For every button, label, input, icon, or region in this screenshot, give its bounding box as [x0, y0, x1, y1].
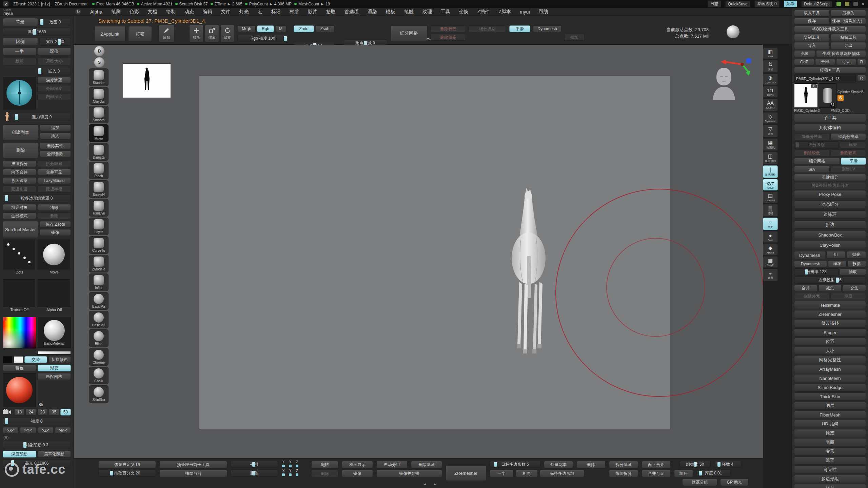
merge-down-button[interactable]: 向下合并	[3, 169, 36, 176]
shelf-item[interactable]: ⇅ 滚动	[763, 60, 778, 73]
object-shadow-slider[interactable]: 对象阴影 0.3	[3, 441, 71, 449]
brush-item[interactable]: Damsta	[89, 143, 108, 161]
cylinder-tool-thumbnail[interactable]: 31	[819, 83, 836, 108]
active-tool-thumbnail[interactable]: 31	[794, 83, 818, 108]
del-uv-button[interactable]: 删除UV	[831, 166, 866, 173]
menu-item[interactable]: 材质	[290, 9, 299, 15]
menu-item[interactable]: 绘制	[166, 9, 176, 15]
save-as-button[interactable]: 另存为	[831, 9, 866, 17]
subpalette-header[interactable]: Slime Bridge	[794, 383, 866, 391]
project-toggle[interactable]: 投影	[848, 260, 866, 267]
shelf-item[interactable]: xyz Gxyz	[763, 179, 778, 190]
menu-item[interactable]: 影片	[308, 9, 317, 15]
gradient-button[interactable]: 渐变	[38, 365, 71, 371]
menu-item[interactable]: 帮助	[539, 9, 548, 15]
brush-item[interactable]: Blinn	[89, 329, 108, 347]
split-groups-button[interactable]: 按组拆分	[609, 470, 638, 477]
mask-by-polygroup-slider[interactable]: 按多边形组遮罩 0	[3, 194, 71, 202]
autogroup-button[interactable]: 自动分组	[376, 461, 408, 468]
dynamesh-header[interactable]: Dynamesh	[794, 251, 825, 259]
edit-draw-button[interactable]: 绘制	[159, 25, 174, 42]
goz-all-button[interactable]: 全部	[815, 58, 835, 65]
brush-item[interactable]: Smooth	[89, 106, 108, 123]
split-groups-button[interactable]: 按组拆分	[3, 160, 36, 167]
shelf-item[interactable]: ◇ Dynamic	[763, 112, 778, 124]
half-button[interactable]: 一半	[490, 470, 513, 477]
lazy-radius-button[interactable]: 延迟半径	[38, 186, 71, 192]
material-preview-icon[interactable]	[727, 25, 739, 38]
menu-item[interactable]: 文档	[148, 9, 157, 15]
menu-item[interactable]: myui	[520, 9, 530, 15]
convert-bpr-button[interactable]: 将BPR转换为几何体	[794, 182, 866, 189]
stroke-alpha-icon[interactable]: D	[94, 46, 104, 56]
shelf-item[interactable]: ∥ 激活对称	[763, 165, 778, 178]
crease-header[interactable]: 折边	[794, 221, 866, 229]
menu-item[interactable]: 笔刷	[111, 9, 121, 15]
brush-item[interactable]: BasicMa	[89, 292, 108, 310]
del-lower-button[interactable]: 删除较低	[794, 149, 830, 157]
rotate-mode-button[interactable]: 旋转	[220, 25, 235, 42]
match-mesh-button[interactable]: 匹配网格	[37, 373, 71, 380]
subpalette-header[interactable]: 图层	[794, 402, 866, 410]
zremesher-button[interactable]: ZRemesher	[446, 465, 486, 481]
stroke-preview[interactable]: Dots	[3, 240, 36, 278]
subpalette-header[interactable]: ArrayMesh	[794, 365, 866, 373]
subprojection-slider[interactable]: 次级投射 0.6	[794, 277, 866, 284]
geometry-subheader[interactable]: ZRemesher	[794, 310, 866, 318]
depth-sphere-widget[interactable]	[3, 77, 36, 109]
width-slider[interactable]: 宽度 2240	[39, 38, 71, 46]
axis-button[interactable]: >M<	[55, 427, 71, 434]
lazy-step-button[interactable]: 延迟步进	[3, 186, 36, 192]
brush-item[interactable]: Chrome	[89, 348, 108, 366]
geometry-subheader[interactable]: 修改拓扑	[794, 319, 866, 327]
dynamic-subdiv-header[interactable]: 动态细分	[794, 200, 866, 208]
menu-item[interactable]: 笔触	[404, 9, 414, 15]
menu-item[interactable]: 首选项	[344, 9, 359, 15]
claypolish-header[interactable]: ClayPolish	[794, 241, 866, 249]
sdiv-slider[interactable]: 细分级别	[794, 141, 839, 148]
delete-other-button[interactable]: 删除其他	[40, 142, 71, 149]
axis-button[interactable]: >Y<	[20, 427, 36, 434]
shelf-item[interactable]: ▦ 地面线	[763, 138, 778, 151]
lightbox-button[interactable]: 灯箱	[128, 26, 152, 42]
decimate-current-button[interactable]: 抽取当前	[159, 470, 227, 477]
texture-slot[interactable]: Texture Off	[3, 279, 36, 315]
value-bar[interactable]	[37, 351, 71, 354]
split-hidden-button[interactable]: 拆分隐藏	[609, 461, 638, 468]
move-mode-button[interactable]: 移动	[189, 25, 203, 42]
shelf-item[interactable]: ⊕ Zoom3D	[763, 74, 778, 85]
subpalette-header[interactable]: 多边形组	[794, 475, 866, 483]
edgeloop-header[interactable]: 边缘环	[794, 210, 866, 219]
menu-item[interactable]: 工具	[441, 9, 450, 15]
delete-hidden-button[interactable]: 删除隐藏	[411, 461, 442, 468]
import-button[interactable]: 导入	[794, 42, 830, 49]
suv-toggle[interactable]: Suv	[794, 166, 830, 173]
shelf-item[interactable]: ● Solo	[763, 231, 778, 243]
custom-ui-tab[interactable]: USER myui	[3, 8, 13, 15]
brush-item[interactable]: Standar	[89, 68, 108, 86]
menu-item[interactable]: 宏	[258, 9, 262, 15]
crop-button[interactable]: 裁剪	[3, 57, 36, 65]
mirror-and-weld-button[interactable]: 镜像并焊接	[376, 470, 442, 477]
lower-res-button[interactable]: 降低分辨率	[794, 133, 830, 140]
boolean-add-button[interactable]: 合并	[794, 285, 817, 292]
copy-tool-button[interactable]: 复制工具	[794, 34, 830, 41]
menu-item[interactable]: 编辑	[203, 9, 212, 15]
create-shell-button[interactable]: 创建外壳	[794, 293, 830, 300]
default-zscript-button[interactable]: DefaultZScript	[801, 1, 832, 7]
half-button[interactable]: 一半	[3, 47, 36, 56]
color-picker[interactable]	[3, 317, 36, 349]
subpalette-header[interactable]: 预览	[794, 429, 866, 437]
mirror-button[interactable]: 镜像	[40, 229, 71, 236]
resize-button[interactable]: 调整大小	[38, 57, 71, 65]
viewport-canvas[interactable]	[74, 45, 763, 458]
save-button[interactable]: 保存	[794, 18, 830, 25]
inflate-slider[interactable]: 膨胀	[231, 470, 278, 476]
brush-item[interactable]: ClayBui	[89, 87, 108, 105]
brush-item[interactable]: SnakeH	[89, 180, 108, 198]
brush-item[interactable]: SkinSha	[89, 385, 108, 403]
double-button[interactable]: 双倍	[38, 47, 71, 56]
smooth-button[interactable]: 平滑	[509, 25, 530, 32]
load-tool-button[interactable]: 载入工具	[794, 9, 830, 17]
subpalette-header[interactable]: 可见性	[794, 466, 866, 474]
